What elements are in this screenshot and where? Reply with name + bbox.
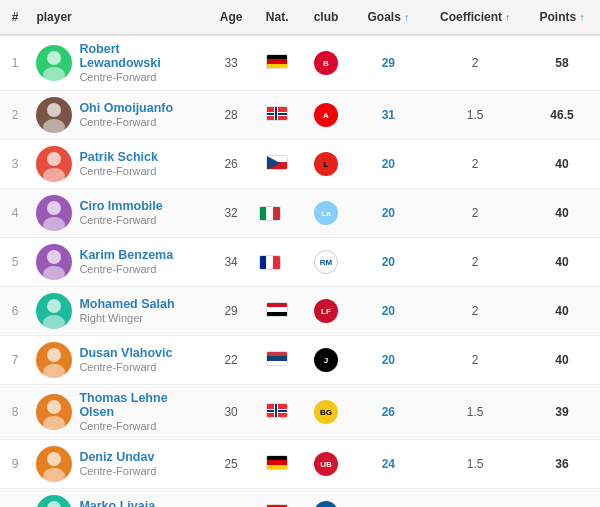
svg-point-14 — [47, 400, 61, 414]
player-position: Centre-Forward — [79, 214, 156, 226]
col-goals[interactable]: Goals ↑ — [350, 0, 426, 35]
goals-cell: 24 — [350, 440, 426, 489]
col-player: player — [30, 0, 209, 35]
svg-point-17 — [43, 468, 65, 482]
svg-point-16 — [47, 452, 61, 466]
points-cell: 40 — [524, 140, 600, 189]
table-row: 5Karim BenzemaCentre-Forward34RM20240 — [0, 238, 600, 287]
avatar — [36, 45, 72, 81]
avatar — [36, 293, 72, 329]
col-coefficient[interactable]: Coefficient ↑ — [426, 0, 524, 35]
rank-cell: 2 — [0, 91, 30, 140]
avatar — [36, 195, 72, 231]
player-position: Centre-Forward — [79, 71, 156, 83]
svg-point-15 — [43, 416, 65, 430]
coefficient-cell: 1.5 — [426, 440, 524, 489]
club-cell: RM — [302, 238, 351, 287]
points-cell: 40 — [524, 189, 600, 238]
goals-cell: 20 — [350, 287, 426, 336]
age-cell: 28 — [209, 91, 252, 140]
coefficient-cell: 1.5 — [426, 489, 524, 508]
rank-cell: 9 — [0, 440, 30, 489]
table-row: 2Ohi OmoijuanfoCentre-Forward28A311.546.… — [0, 91, 600, 140]
nationality-cell — [253, 140, 302, 189]
rank-cell: 4 — [0, 189, 30, 238]
nationality-cell — [253, 238, 302, 287]
table-row: 4Ciro ImmobileCentre-Forward32La20240 — [0, 189, 600, 238]
svg-point-11 — [43, 315, 65, 329]
rank-cell: 6 — [0, 287, 30, 336]
goals-cell: 26 — [350, 385, 426, 440]
club-cell: BG — [302, 385, 351, 440]
coefficient-cell: 1.5 — [426, 91, 524, 140]
player-cell: Thomas Lehne OlsenCentre-Forward — [30, 385, 209, 440]
svg-point-5 — [43, 168, 65, 182]
age-cell: 22 — [209, 336, 252, 385]
player-name[interactable]: Ohi Omoijuanfo — [79, 101, 173, 115]
nationality-cell — [253, 489, 302, 508]
player-position: Centre-Forward — [79, 361, 156, 373]
club-icon: A — [314, 103, 338, 127]
svg-point-9 — [43, 266, 65, 280]
goals-cell: 20 — [350, 140, 426, 189]
player-name[interactable]: Karim Benzema — [79, 248, 173, 262]
club-icon: BG — [314, 400, 338, 424]
goals-cell: 20 — [350, 238, 426, 287]
col-rank: # — [0, 0, 30, 35]
club-cell: DZ — [302, 489, 351, 508]
club-cell: J — [302, 336, 351, 385]
player-name[interactable]: Patrik Schick — [79, 150, 158, 164]
points-sort-icon: ↑ — [580, 12, 585, 23]
table-row: 9Deniz UndavCentre-Forward25UB241.536 — [0, 440, 600, 489]
svg-point-18 — [47, 501, 61, 507]
age-cell: 28 — [209, 489, 252, 508]
coefficient-cell: 2 — [426, 189, 524, 238]
club-cell: UB — [302, 440, 351, 489]
player-cell: Deniz UndavCentre-Forward — [30, 440, 209, 489]
player-cell: Robert LewandowskiCentre-Forward — [30, 35, 209, 91]
player-position: Centre-Forward — [79, 465, 156, 477]
table-row: 10Marko LivajaAttacking Midfield28DZ221.… — [0, 489, 600, 508]
player-name[interactable]: Thomas Lehne Olsen — [79, 391, 203, 419]
club-icon: LF — [314, 299, 338, 323]
age-cell: 32 — [209, 189, 252, 238]
goals-cell: 31 — [350, 91, 426, 140]
player-position: Centre-Forward — [79, 116, 156, 128]
age-cell: 29 — [209, 287, 252, 336]
age-cell: 25 — [209, 440, 252, 489]
rank-cell: 1 — [0, 35, 30, 91]
coefficient-cell: 2 — [426, 336, 524, 385]
col-club: club — [302, 0, 351, 35]
table-row: 8Thomas Lehne OlsenCentre-Forward30BG261… — [0, 385, 600, 440]
svg-point-6 — [47, 201, 61, 215]
club-cell: A — [302, 91, 351, 140]
player-name[interactable]: Marko Livaja — [79, 499, 165, 507]
svg-point-12 — [47, 348, 61, 362]
svg-point-13 — [43, 364, 65, 378]
points-cell: 40 — [524, 238, 600, 287]
points-cell: 39 — [524, 385, 600, 440]
points-cell: 40 — [524, 287, 600, 336]
age-cell: 30 — [209, 385, 252, 440]
player-name[interactable]: Dusan Vlahovic — [79, 346, 172, 360]
player-name[interactable]: Mohamed Salah — [79, 297, 174, 311]
player-cell: Karim BenzemaCentre-Forward — [30, 238, 209, 287]
player-name[interactable]: Robert Lewandowski — [79, 42, 203, 70]
club-icon: UB — [314, 452, 338, 476]
table-row: 6Mohamed SalahRight Winger29LF20240 — [0, 287, 600, 336]
avatar — [36, 446, 72, 482]
avatar — [36, 342, 72, 378]
player-position: Centre-Forward — [79, 263, 156, 275]
club-cell: B — [302, 35, 351, 91]
svg-point-10 — [47, 299, 61, 313]
table-row: 3Patrik SchickCentre-Forward26L20240 — [0, 140, 600, 189]
player-position: Centre-Forward — [79, 420, 156, 432]
col-points[interactable]: Points ↑ — [524, 0, 600, 35]
player-name[interactable]: Ciro Immobile — [79, 199, 162, 213]
col-nat: Nat. — [253, 0, 302, 35]
coefficient-cell: 2 — [426, 140, 524, 189]
points-cell: 40 — [524, 336, 600, 385]
player-cell: Ciro ImmobileCentre-Forward — [30, 189, 209, 238]
player-name[interactable]: Deniz Undav — [79, 450, 156, 464]
coefficient-cell: 2 — [426, 287, 524, 336]
